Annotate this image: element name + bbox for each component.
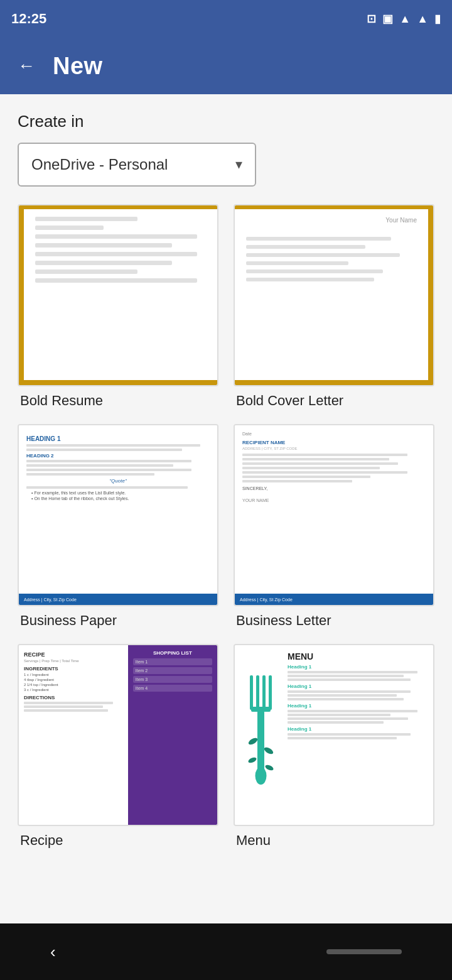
bl-line5 — [242, 471, 407, 474]
bl-line4 — [242, 467, 380, 469]
resume-line-6 — [35, 261, 172, 265]
recipe-item1: Item 1 — [133, 658, 212, 665]
svg-rect-3 — [269, 675, 272, 710]
status-right: ⊡ ▣ ▲ ▲ ▮ — [367, 12, 441, 26]
recipe-preview-inner: RECIPE Servings | Prep Time | Total Time… — [19, 645, 217, 825]
time-display: 12:25 — [11, 11, 46, 27]
bp-footer: Address | City, St Zip Code — [19, 594, 217, 605]
template-business-letter[interactable]: Date RECIPIENT NAME ADDRESS | CITY, ST Z… — [234, 424, 434, 629]
bl-yourname: YOUR NAME — [242, 498, 426, 503]
bp-line4 — [26, 464, 173, 467]
recipe-preview: RECIPE Servings | Prep Time | Total Time… — [18, 644, 218, 826]
recipe-shopping-title: SHOPPING LIST — [133, 650, 212, 656]
svg-rect-0 — [250, 675, 253, 710]
recipe-item4: Item 4 — [133, 685, 212, 692]
bold-cover-preview-inner: Your Name — [235, 205, 433, 385]
cover-line-4 — [246, 261, 348, 265]
bl-line1 — [242, 454, 407, 456]
bl-line3 — [242, 462, 398, 465]
recipe-title: RECIPE — [24, 651, 123, 658]
resume-line-3 — [35, 234, 197, 239]
menu-line10 — [288, 721, 384, 724]
recipe-item3: Item 3 — [133, 676, 212, 683]
recipe-subtitle: Servings | Prep Time | Total Time — [24, 659, 123, 663]
back-button[interactable]: ← — [13, 51, 40, 81]
bp-footer-text: Address | City, St Zip Code — [24, 597, 77, 602]
bp-bullet2: • On the Home tab of the ribbon, check o… — [26, 496, 210, 501]
resume-line-2 — [35, 226, 104, 230]
bp-line5 — [26, 469, 191, 471]
business-paper-preview: HEADING 1 HEADING 2 "Quote" • For exampl… — [18, 424, 218, 606]
nav-bar: ‹ — [0, 923, 452, 980]
bl-sincerely: SINCERELY, — [242, 486, 426, 491]
wifi-icon: ▲ — [399, 13, 411, 26]
menu-preview-inner: MENU Heading 1 Heading 1 Heading 1 — [235, 645, 433, 825]
bl-address: ADDRESS | CITY, ST ZIP CODE — [242, 447, 426, 450]
svg-rect-1 — [256, 675, 259, 710]
recipe-ing4: 3 c / Ingredient — [24, 688, 123, 692]
header: ← New — [0, 38, 452, 94]
bl-line2 — [242, 458, 389, 460]
template-bold-cover-letter[interactable]: Your Name Bold Cover Letter — [234, 204, 434, 409]
menu-line7 — [288, 710, 417, 712]
recipe-dir-line2 — [24, 705, 103, 708]
resume-line-1 — [35, 217, 137, 221]
menu-line8 — [288, 714, 390, 716]
template-recipe[interactable]: RECIPE Servings | Prep Time | Total Time… — [18, 644, 218, 849]
resume-line-5 — [35, 252, 197, 256]
cover-line-2 — [246, 245, 365, 249]
bold-resume-label: Bold Resume — [18, 393, 103, 409]
bp-quote: "Quote" — [26, 478, 210, 484]
template-menu[interactable]: MENU Heading 1 Heading 1 Heading 1 — [234, 644, 434, 849]
nav-back-button[interactable]: ‹ — [50, 942, 56, 962]
menu-h1-1: Heading 1 — [288, 664, 424, 670]
create-in-label: Create in — [18, 112, 434, 131]
recipe-dir-line3 — [24, 709, 108, 712]
page-title: New — [53, 53, 103, 80]
menu-line1 — [288, 671, 417, 673]
business-paper-preview-inner: HEADING 1 HEADING 2 "Quote" • For exampl… — [19, 425, 217, 605]
recipe-left: RECIPE Servings | Prep Time | Total Time… — [19, 645, 128, 825]
bl-line7 — [242, 480, 352, 482]
svg-point-8 — [263, 746, 274, 756]
bl-footer: Address | City, St Zip Code — [235, 594, 433, 605]
business-letter-preview: Date RECIPIENT NAME ADDRESS | CITY, ST Z… — [234, 424, 434, 606]
template-business-paper[interactable]: HEADING 1 HEADING 2 "Quote" • For exampl… — [18, 424, 218, 629]
fork-icon — [244, 672, 281, 798]
business-letter-preview-inner: Date RECIPIENT NAME ADDRESS | CITY, ST Z… — [235, 425, 433, 605]
recipe-directions-heading: DIRECTIONS — [24, 695, 123, 700]
svg-rect-5 — [257, 710, 264, 773]
template-bold-resume[interactable]: Bold Resume — [18, 204, 218, 409]
menu-line3 — [288, 678, 411, 681]
recipe-item2: Item 2 — [133, 667, 212, 674]
menu-fork — [244, 651, 281, 819]
menu-line9 — [288, 717, 408, 720]
svg-point-6 — [256, 767, 267, 785]
bp-line3 — [26, 460, 191, 462]
bold-resume-preview — [18, 204, 218, 386]
recipe-ing3: 2 1/4 tsp / Ingredient — [24, 683, 123, 687]
menu-line6 — [288, 698, 404, 700]
svg-rect-2 — [262, 675, 266, 710]
menu-text-content: MENU Heading 1 Heading 1 Heading 1 — [288, 651, 424, 819]
bold-cover-letter-label: Bold Cover Letter — [234, 393, 343, 409]
bold-resume-preview-inner — [19, 205, 217, 385]
resume-line-8 — [35, 278, 197, 283]
battery-icon: ▮ — [434, 12, 441, 26]
resume-line-4 — [35, 243, 172, 248]
nav-home-indicator[interactable] — [326, 949, 402, 954]
cover-line-5 — [246, 270, 383, 273]
bp-line2 — [26, 449, 182, 451]
menu-preview: MENU Heading 1 Heading 1 Heading 1 — [234, 644, 434, 826]
cover-line-3 — [246, 253, 400, 257]
svg-point-10 — [264, 764, 274, 771]
signal-icon: ▲ — [417, 13, 428, 26]
location-dropdown[interactable]: OneDrive - Personal ▾ — [18, 143, 256, 187]
templates-grid: Bold Resume Your Name Bold Cover Let — [18, 204, 434, 849]
bp-line6 — [26, 473, 154, 476]
resume-line-7 — [35, 270, 137, 274]
recipe-dir-line1 — [24, 702, 113, 704]
bp-bullet1: • For example, this text uses the List B… — [26, 491, 210, 495]
recipe-ing2: 4 tbsp / Ingredient — [24, 678, 123, 682]
recipe-label: Recipe — [18, 832, 63, 849]
